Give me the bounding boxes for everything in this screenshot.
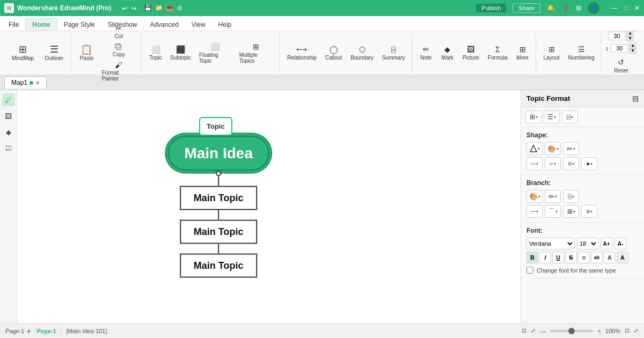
format-painter-btn[interactable]: 🖌 Format Painter [100, 60, 138, 83]
tab-view[interactable]: View [185, 19, 212, 31]
help-icon[interactable]: ❓ [561, 4, 569, 12]
paste-btn[interactable]: 📋 Paste [76, 41, 98, 64]
branch-color-btn[interactable]: 🎨▾ [526, 190, 543, 203]
font-size-up[interactable]: ▲ [626, 31, 634, 36]
subtopic-btn[interactable]: ⬛ Subtopic [167, 43, 194, 63]
undo-btn[interactable]: ↩ [122, 4, 128, 12]
folder-btn[interactable]: 📁 [155, 4, 163, 12]
minimize-btn[interactable]: — [611, 4, 618, 12]
shape-line-btn[interactable]: ─▾ [526, 157, 543, 170]
paint-tool-btn[interactable]: 🖊 [2, 93, 15, 106]
fit-view-btn[interactable]: ⊡ [522, 327, 526, 334]
topic-node-1[interactable]: Main Topic [180, 186, 258, 210]
user-avatar[interactable]: 👤 [588, 2, 599, 14]
cut-btn[interactable]: ✂ Cut [100, 23, 138, 40]
branch-edit-btn[interactable]: ✏▾ [545, 190, 561, 203]
zoom-in-btn[interactable]: + [597, 328, 601, 334]
floating-topic-btn[interactable]: ⬜ Floating Topic [196, 40, 234, 66]
reset-btn[interactable]: ↺ Reset [611, 56, 631, 76]
shape-fill-btn[interactable]: ▾ [526, 142, 543, 155]
save-btn[interactable]: 💾 [144, 4, 152, 12]
align-btn[interactable]: ≡ [578, 252, 590, 263]
canvas[interactable]: Main Idea Main Topic Main Topic Main Top… [17, 90, 521, 323]
line-height-down[interactable]: ▼ [629, 48, 636, 54]
tab-advanced[interactable]: Advanced [143, 19, 185, 31]
topic-sidebar-label[interactable]: Topic [199, 117, 232, 136]
image-tool-btn[interactable]: 🖼 [2, 109, 15, 122]
copy-btn[interactable]: ⿻ Copy [100, 41, 138, 58]
font-color-A-btn[interactable]: A [604, 252, 616, 263]
underline-btn[interactable]: U [552, 252, 564, 263]
expand-btn[interactable]: ⤢ [531, 327, 536, 334]
branch-line-btn[interactable]: ─▾ [526, 205, 543, 218]
topic-node-3[interactable]: Main Topic [180, 254, 258, 278]
change-font-checkbox[interactable] [526, 267, 533, 274]
strikethrough-btn[interactable]: S [565, 252, 577, 263]
tab-home[interactable]: Home [25, 18, 57, 31]
layout-btn[interactable]: ⊞ Layout [540, 43, 563, 63]
close-btn[interactable]: ✕ [634, 4, 640, 12]
current-page-label[interactable]: Page-1 [37, 328, 56, 334]
branch-connect-btn[interactable]: ⊞▾ [563, 205, 579, 218]
overview-btn[interactable]: ⌸▾ [562, 111, 578, 123]
font-grow-btn[interactable]: A+ [601, 238, 612, 249]
add-page-btn[interactable]: + [26, 327, 31, 335]
branch-width-btn[interactable]: ≡▾ [581, 205, 597, 218]
shape-edit-btn[interactable]: ✏▾ [563, 142, 579, 155]
font-bg-btn[interactable]: A [617, 252, 628, 263]
share-btn[interactable]: Share [513, 3, 540, 13]
picture-btn[interactable]: 🖼 Picture [459, 43, 482, 63]
shape-pattern-btn[interactable]: ≡▾ [563, 157, 579, 170]
mindmap-btn[interactable]: ⊞ MindMap [8, 41, 38, 64]
zoom-slider[interactable] [550, 330, 593, 332]
font-shrink-btn[interactable]: A- [614, 238, 626, 249]
zoom-out-btn[interactable]: — [540, 328, 546, 334]
doc-tab-close[interactable]: ✕ [35, 80, 40, 86]
numbering-btn[interactable]: ☰ Numbering [565, 43, 598, 63]
tab-file[interactable]: File [2, 19, 25, 31]
actual-size-btn[interactable]: ⤢ [634, 327, 639, 334]
bold-btn[interactable]: B [526, 252, 538, 263]
shape-corner-btn[interactable]: ⌐▾ [545, 157, 561, 170]
note-btn[interactable]: ✏ Note [416, 43, 436, 63]
panel-close-btn[interactable]: ⊟ [632, 94, 639, 103]
shape-color-btn[interactable]: 🎨▾ [545, 142, 561, 155]
more-btn[interactable]: ⊞ More [513, 43, 532, 63]
fit-page-btn[interactable]: ⊡ [625, 327, 630, 334]
branch-style-btn[interactable]: ⌸▾ [563, 190, 579, 203]
topic-node-2[interactable]: Main Topic [180, 220, 258, 244]
text-color-btn[interactable]: ab [591, 252, 603, 263]
font-size-down[interactable]: ▼ [626, 36, 634, 41]
relationship-btn[interactable]: ⟷ Relationship [284, 43, 320, 63]
font-size-input[interactable] [608, 32, 625, 40]
maximize-btn[interactable]: □ [624, 4, 628, 12]
multiple-topics-btn[interactable]: ⊞ Multiple Topics [236, 40, 276, 66]
check-tool-btn[interactable]: ☑ [2, 142, 15, 155]
boundary-btn[interactable]: ⬡ Boundary [347, 43, 377, 63]
redo-btn[interactable]: ↪ [131, 4, 137, 12]
publish-btn[interactable]: Publish [476, 4, 506, 12]
font-family-select[interactable]: Verdana Arial Times New Roman [526, 238, 575, 249]
doc-tab-map1[interactable]: Map1 ✕ [4, 76, 47, 89]
font-size-select[interactable]: 18 12 14 16 20 24 [577, 238, 598, 249]
mark-btn[interactable]: ◆ Mark [438, 43, 457, 63]
shape-shadow-btn[interactable]: ●▾ [581, 157, 597, 170]
topic-btn[interactable]: ⬜ Topic [146, 43, 165, 63]
tab-help[interactable]: Help [212, 19, 238, 31]
outliner-btn[interactable]: ☰ Outliner [40, 41, 68, 64]
line-height-input[interactable] [611, 44, 628, 53]
italic-btn[interactable]: I [539, 252, 551, 263]
mark-tool-btn[interactable]: ◆ [2, 126, 15, 138]
callout-btn[interactable]: ◯ Callout [322, 43, 345, 63]
print-btn[interactable]: 🖨 [177, 4, 182, 12]
line-height-up[interactable]: ▲ [629, 43, 636, 48]
summary-btn[interactable]: ⌸ Summary [379, 43, 408, 63]
apps-icon[interactable]: ⊞ [576, 4, 581, 12]
formula-btn[interactable]: Σ Formula [485, 43, 511, 63]
structure-btn[interactable]: ⊞▾ [525, 111, 541, 123]
main-idea-node[interactable]: Main Idea [167, 136, 269, 171]
notification-icon[interactable]: 🔔 [547, 4, 555, 12]
layout2-btn[interactable]: ☰▾ [544, 111, 560, 123]
branch-curve-btn[interactable]: ⌒▾ [545, 205, 561, 218]
export-btn[interactable]: 📤 [166, 4, 173, 12]
